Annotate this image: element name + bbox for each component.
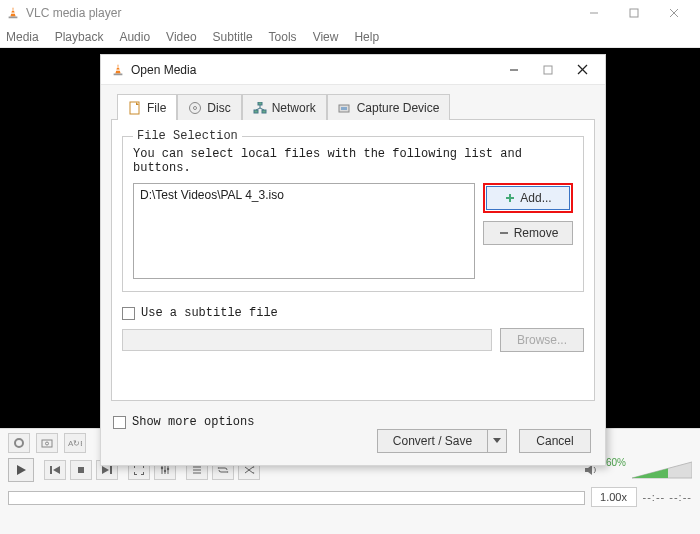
file-selection-legend: File Selection [133, 129, 242, 143]
menu-audio[interactable]: Audio [119, 30, 150, 44]
tab-network[interactable]: Network [242, 94, 327, 120]
disc-icon [188, 101, 202, 115]
tab-file[interactable]: File [117, 94, 177, 120]
svg-rect-15 [78, 467, 84, 473]
svg-text:A↻B: A↻B [68, 439, 82, 448]
svg-marker-12 [17, 465, 26, 475]
file-icon [128, 101, 142, 115]
svg-marker-40 [253, 472, 255, 474]
file-selection-fieldset: File Selection You can select local file… [122, 136, 584, 292]
main-titlebar: VLC media player [0, 0, 700, 26]
dialog-close-button[interactable] [565, 56, 599, 84]
menu-tools[interactable]: Tools [269, 30, 297, 44]
svg-marker-35 [218, 467, 220, 469]
tab-content: File Selection You can select local file… [111, 119, 595, 401]
stop-button[interactable] [70, 460, 92, 480]
subtitle-checkbox[interactable] [122, 307, 135, 320]
atob-button[interactable]: A↻B [64, 433, 86, 453]
svg-point-31 [167, 468, 169, 470]
file-selection-hint: You can select local files with the foll… [133, 147, 573, 175]
svg-rect-57 [254, 110, 258, 113]
tab-capture-label: Capture Device [357, 101, 440, 115]
volume-slider[interactable] [632, 460, 692, 480]
tabs: File Disc Network Capture Device [111, 93, 595, 119]
svg-rect-25 [143, 472, 144, 475]
remove-button-label: Remove [514, 226, 559, 240]
file-list[interactable]: D:\Test Videos\PAL 4_3.iso [133, 183, 475, 279]
svg-rect-1 [9, 17, 18, 19]
tab-disc-label: Disc [207, 101, 230, 115]
svg-rect-58 [262, 110, 266, 113]
vlc-cone-icon [111, 63, 125, 77]
vlc-cone-icon [6, 6, 20, 20]
convert-save-button[interactable]: Convert / Save [377, 429, 507, 453]
menu-playback[interactable]: Playback [55, 30, 104, 44]
subtitle-path-input [122, 329, 492, 351]
svg-rect-2 [11, 10, 14, 11]
capture-icon [338, 101, 352, 115]
menubar: Media Playback Audio Video Subtitle Tool… [0, 26, 700, 48]
speed-indicator[interactable]: 1.00x [591, 487, 637, 507]
seek-bar[interactable] [8, 491, 585, 505]
file-list-item[interactable]: D:\Test Videos\PAL 4_3.iso [140, 188, 468, 202]
svg-rect-63 [341, 107, 347, 110]
convert-save-dropdown[interactable] [487, 429, 507, 453]
browse-button-label: Browse... [517, 333, 567, 347]
minus-icon [498, 228, 510, 238]
tab-file-label: File [147, 101, 166, 115]
svg-marker-67 [493, 438, 501, 443]
svg-marker-0 [10, 7, 15, 17]
svg-point-10 [46, 442, 49, 445]
add-button[interactable]: Add... [486, 186, 570, 210]
prev-button[interactable] [44, 460, 66, 480]
svg-rect-47 [116, 69, 120, 70]
svg-rect-56 [258, 102, 262, 105]
main-close-button[interactable] [654, 0, 694, 26]
svg-marker-14 [53, 466, 60, 474]
tab-network-label: Network [272, 101, 316, 115]
svg-rect-3 [11, 13, 15, 14]
tab-disc[interactable]: Disc [177, 94, 241, 120]
svg-point-8 [15, 439, 23, 447]
svg-point-55 [194, 106, 197, 109]
cancel-button[interactable]: Cancel [519, 429, 591, 453]
add-button-label: Add... [520, 191, 551, 205]
dialog-minimize-button[interactable] [497, 56, 531, 84]
network-icon [253, 101, 267, 115]
menu-media[interactable]: Media [6, 30, 39, 44]
svg-rect-17 [110, 466, 112, 474]
svg-rect-45 [114, 73, 123, 75]
svg-marker-36 [227, 471, 229, 473]
svg-rect-46 [116, 66, 119, 67]
play-button[interactable] [8, 458, 34, 482]
menu-subtitle[interactable]: Subtitle [213, 30, 253, 44]
main-maximize-button[interactable] [614, 0, 654, 26]
svg-rect-49 [544, 66, 552, 74]
svg-rect-5 [630, 9, 638, 17]
time-display: --:-- --:-- [643, 491, 692, 503]
tab-capture[interactable]: Capture Device [327, 94, 451, 120]
snapshot-button[interactable] [36, 433, 58, 453]
subtitle-checkbox-label: Use a subtitle file [141, 306, 278, 320]
svg-marker-39 [253, 466, 255, 468]
main-title: VLC media player [26, 6, 121, 20]
menu-video[interactable]: Video [166, 30, 196, 44]
record-button[interactable] [8, 433, 30, 453]
menu-view[interactable]: View [313, 30, 339, 44]
menu-help[interactable]: Help [354, 30, 379, 44]
dialog-title: Open Media [131, 63, 196, 77]
open-media-dialog: Open Media File Disc Network Capture Dev… [100, 54, 606, 466]
remove-button[interactable]: Remove [483, 221, 573, 245]
plus-icon [504, 193, 516, 203]
dialog-maximize-button[interactable] [531, 56, 565, 84]
svg-rect-9 [42, 440, 52, 447]
svg-marker-44 [115, 63, 120, 73]
more-options-checkbox[interactable] [113, 416, 126, 429]
main-minimize-button[interactable] [574, 0, 614, 26]
convert-save-label: Convert / Save [393, 434, 472, 448]
more-options-label: Show more options [132, 415, 254, 429]
svg-marker-16 [102, 466, 109, 474]
add-button-highlight: Add... [483, 183, 573, 213]
svg-rect-13 [50, 466, 52, 474]
browse-button: Browse... [500, 328, 584, 352]
